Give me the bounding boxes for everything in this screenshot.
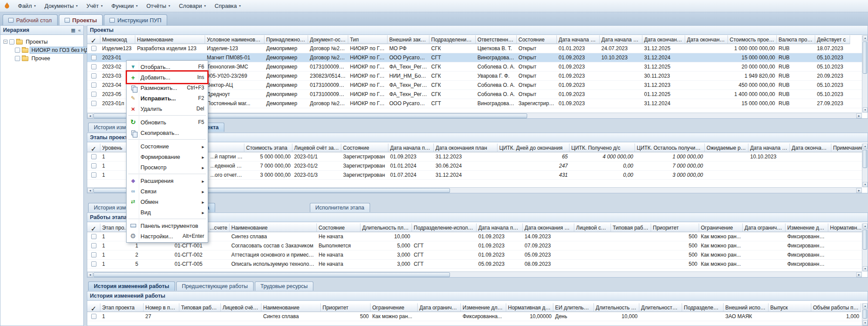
menu-file[interactable]: Файл: [14, 1, 40, 11]
column-header[interactable]: Нормативн...: [828, 223, 862, 232]
menu-item-view[interactable]: Вид: [127, 207, 207, 217]
column-header[interactable]: Состояние: [317, 223, 360, 232]
column-header[interactable]: Дата начала факт: [748, 144, 790, 152]
tree-item-projects-root[interactable]: Проекты: [3, 38, 83, 46]
column-header[interactable]: Валюта проекта: [777, 35, 815, 44]
tree-checkbox[interactable]: [15, 56, 20, 61]
select-all-column-header[interactable]: [87, 35, 100, 44]
column-header[interactable]: Длительность план: [360, 223, 412, 232]
menu-item-extensions[interactable]: ◆Расширения: [127, 175, 207, 186]
column-header[interactable]: Ответственный: [476, 35, 517, 44]
column-header[interactable]: Подразделение-исполнитель...: [412, 223, 477, 232]
scroll-thumb[interactable]: [863, 309, 867, 319]
column-header[interactable]: Приоритет: [651, 223, 699, 232]
menu-dictionaries[interactable]: Словари: [175, 1, 210, 11]
column-header[interactable]: Принадлежность: [264, 35, 308, 44]
menu-item-settings[interactable]: ⚙Настройки...Alt+Enter: [127, 231, 207, 241]
menu-item-refresh[interactable]: ↻ОбновитьF5: [127, 117, 207, 127]
row-checkbox[interactable]: [91, 101, 96, 106]
menu-item-copy[interactable]: Скопировать...: [127, 127, 207, 138]
scroll-left-icon[interactable]: [87, 272, 93, 277]
column-header[interactable]: Дата окончания ф...: [790, 144, 831, 152]
tab-instructions-pup[interactable]: Инструкции ПУП: [104, 14, 167, 25]
column-header[interactable]: Дата ограничения: [418, 303, 461, 312]
menu-item-state[interactable]: Состояние: [127, 141, 207, 151]
column-header[interactable]: Лицевой счёт затрат.: [292, 144, 341, 152]
column-header[interactable]: Изменение длител: [786, 223, 828, 232]
row-checkbox[interactable]: [91, 172, 96, 178]
column-header[interactable]: Наименование: [135, 35, 205, 44]
column-header[interactable]: Номер в проекте: [144, 303, 179, 312]
scroll-down-icon[interactable]: [863, 182, 868, 187]
row-checkbox[interactable]: [91, 92, 96, 97]
scroll-up-icon[interactable]: [863, 35, 868, 41]
column-header[interactable]: Дата окончания план: [434, 144, 497, 152]
column-header[interactable]: Стоимость этапа: [244, 144, 292, 152]
column-header[interactable]: ЦИТК. Получено д/с: [570, 144, 635, 152]
column-header[interactable]: Типовая работа: [611, 223, 651, 232]
column-header[interactable]: Состояние: [517, 35, 557, 44]
column-header[interactable]: Лицевой счёт затр: [574, 223, 611, 232]
tree-checkbox[interactable]: [15, 48, 20, 53]
scroll-down-icon[interactable]: [863, 107, 868, 113]
column-header[interactable]: Тип: [348, 35, 388, 44]
column-header[interactable]: Дата ограничения: [743, 223, 786, 232]
tab-work-history[interactable]: История изменений работы: [88, 281, 175, 291]
column-header[interactable]: Дата окончания п...: [642, 35, 685, 44]
column-header[interactable]: Мнемокод: [100, 35, 135, 44]
menu-item-duplicate[interactable]: Размножить...Ctrl+F3: [127, 82, 207, 93]
works-row[interactable]: 1201-СГТ-002Аттестация основного и приме…: [87, 251, 862, 260]
column-header[interactable]: Ограничение: [371, 303, 418, 312]
row-checkbox[interactable]: [91, 243, 96, 248]
column-header[interactable]: Дата окончания план: [523, 223, 574, 232]
stages-vscrollbar[interactable]: [862, 144, 868, 187]
projects-row[interactable]: Изделие123Разработка изделия 123Изделие-…: [87, 44, 862, 53]
column-header[interactable]: Этап проекта: [100, 303, 144, 312]
menu-item-links[interactable]: ∞Связи: [127, 186, 207, 196]
column-header[interactable]: Приоритет: [321, 303, 371, 312]
column-header[interactable]: Документ-основан...: [308, 35, 348, 44]
scroll-right-icon[interactable]: [856, 272, 862, 277]
scroll-down-icon[interactable]: [863, 320, 868, 326]
scroll-thumb[interactable]: [863, 41, 867, 74]
column-header[interactable]: ЦИТК. Осталось получить д/с: [635, 144, 705, 152]
row-checkbox[interactable]: [91, 73, 96, 79]
select-all-column-header[interactable]: [87, 303, 100, 312]
menu-item-add[interactable]: +Добавить...Ins: [127, 72, 207, 82]
scroll-right-icon[interactable]: [856, 188, 862, 193]
column-header[interactable]: Лицевой счёт затр: [221, 303, 261, 312]
collapse-node-icon[interactable]: [3, 40, 7, 44]
column-header[interactable]: Нормативная длит...: [506, 303, 553, 312]
menu-item-select[interactable]: ▼Отобрать...F6: [127, 62, 207, 72]
menu-item-formation[interactable]: Формирование: [127, 151, 207, 162]
works-row[interactable]: 1501-СГТ-005Описать используемую техноло…: [87, 260, 862, 269]
scroll-left-icon[interactable]: [87, 188, 93, 193]
column-header[interactable]: ЦИТК. Дней до окончания: [497, 144, 570, 152]
row-checkbox[interactable]: [91, 46, 96, 51]
tab-work-labor[interactable]: Трудовые ресурсы: [255, 281, 313, 291]
column-header[interactable]: Дата окончания ф...: [685, 35, 728, 44]
menu-help[interactable]: Справка: [211, 1, 245, 11]
column-header[interactable]: Типовая работа: [179, 303, 221, 312]
column-header[interactable]: Длительность фак...: [639, 303, 682, 312]
tree-checkbox[interactable]: [9, 39, 14, 45]
works-row[interactable]: 1101-СГТ-001Согласовать состав с Заказчи…: [87, 241, 862, 251]
tab-desktop[interactable]: Рабочий стол: [3, 14, 58, 25]
row-checkbox[interactable]: [91, 82, 96, 88]
tree-item-niokr[interactable]: НИОКР по ГОЗ без НДС: [15, 46, 83, 54]
tab-stage-executors[interactable]: Исполнители этапа: [310, 203, 370, 212]
column-header[interactable]: Изменение длител...: [461, 303, 506, 312]
tab-work-predecessors[interactable]: Предшествующие работы: [176, 281, 254, 291]
column-header[interactable]: Дата начала факт.: [600, 35, 642, 44]
scroll-thumb[interactable]: [863, 230, 867, 250]
menu-accounting[interactable]: Учёт: [82, 1, 106, 11]
scroll-down-icon[interactable]: [863, 266, 868, 271]
column-header[interactable]: Состояние: [341, 144, 388, 152]
menu-item-delete[interactable]: ×УдалитьDel: [127, 103, 207, 114]
column-header[interactable]: Примечание: [831, 144, 862, 152]
scroll-left-icon[interactable]: [87, 113, 93, 118]
tree-item-other[interactable]: Прочее: [15, 54, 83, 62]
select-all-column-header[interactable]: [87, 144, 100, 152]
column-header[interactable]: Дата начала план.: [557, 35, 600, 44]
column-header[interactable]: Выпуск: [769, 303, 811, 312]
